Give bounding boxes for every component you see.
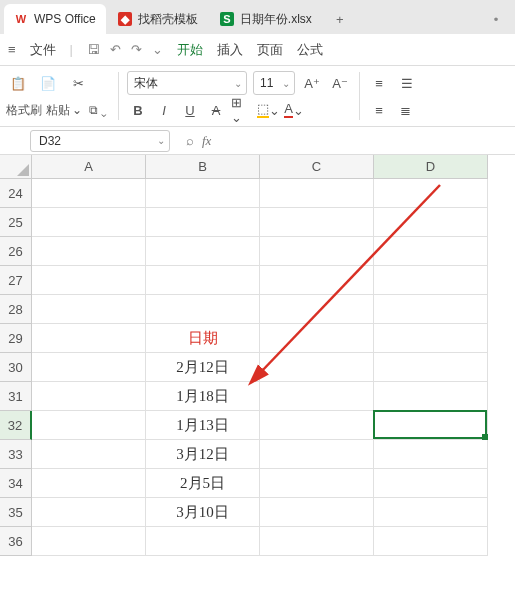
row-header[interactable]: 36 [0,527,32,556]
cell-A24[interactable] [32,179,146,208]
cell-B28[interactable] [146,295,260,324]
cell-A32[interactable] [32,411,146,440]
paste-icon[interactable]: 📄 [36,71,60,95]
row-header[interactable]: 34 [0,469,32,498]
borders-button[interactable]: ⊞ ⌄ [231,99,253,121]
menu-file[interactable]: 文件 [30,41,56,59]
cell-C36[interactable] [260,527,374,556]
cell-D30[interactable] [374,353,488,382]
format-painter-icon[interactable]: 📋 [6,71,30,95]
row-header[interactable]: 27 [0,266,32,295]
window-more-icon[interactable]: • [481,12,511,27]
cell-C32[interactable] [260,411,374,440]
cell-B31[interactable]: 1月18日 [146,382,260,411]
cell-A34[interactable] [32,469,146,498]
cell-D24[interactable] [374,179,488,208]
tab-file[interactable]: S 日期年份.xlsx [210,4,322,34]
cell-D32[interactable] [374,411,488,440]
tab-wps-office[interactable]: W WPS Office [4,4,106,34]
cell-D28[interactable] [374,295,488,324]
cell-C35[interactable] [260,498,374,527]
menu-insert[interactable]: 插入 [217,41,243,59]
cell-D25[interactable] [374,208,488,237]
cell-A33[interactable] [32,440,146,469]
cell-C31[interactable] [260,382,374,411]
cell-B25[interactable] [146,208,260,237]
row-header[interactable]: 33 [0,440,32,469]
row-header[interactable]: 32 [0,411,32,440]
cell-B32[interactable]: 1月13日 [146,411,260,440]
paste-button[interactable]: 粘贴 ⌄ [46,102,82,119]
cell-D35[interactable] [374,498,488,527]
row-header[interactable]: 30 [0,353,32,382]
cell-B30[interactable]: 2月12日 [146,353,260,382]
row-header[interactable]: 26 [0,237,32,266]
col-header-A[interactable]: A [32,155,146,179]
cell-B29[interactable]: 日期 [146,324,260,353]
name-box[interactable]: D32 [30,130,170,152]
cell-D33[interactable] [374,440,488,469]
select-all-corner[interactable] [0,155,32,179]
cell-B35[interactable]: 3月10日 [146,498,260,527]
cell-D36[interactable] [374,527,488,556]
align-mid-icon[interactable]: ☰ [396,72,418,94]
menu-page[interactable]: 页面 [257,41,283,59]
row-header[interactable]: 35 [0,498,32,527]
font-name-select[interactable]: 宋体 [127,71,247,95]
italic-button[interactable]: I [153,99,175,121]
hamburger-icon[interactable]: ≡ [8,42,16,57]
cell-D34[interactable] [374,469,488,498]
menu-formula[interactable]: 公式 [297,41,323,59]
search-icon[interactable]: ⌕ [186,133,194,148]
format-painter-button[interactable]: 格式刷 [6,102,42,119]
fill-color-button[interactable]: ⬚ ⌄ [257,99,279,121]
cell-B34[interactable]: 2月5日 [146,469,260,498]
cell-C25[interactable] [260,208,374,237]
row-header[interactable]: 24 [0,179,32,208]
font-size-select[interactable]: 11 [253,71,295,95]
cell-A25[interactable] [32,208,146,237]
cell-A31[interactable] [32,382,146,411]
save-icon[interactable]: 🖫 [87,42,100,57]
cell-C29[interactable] [260,324,374,353]
decrease-font-icon[interactable]: A⁻ [329,72,351,94]
cell-D27[interactable] [374,266,488,295]
row-header[interactable]: 31 [0,382,32,411]
cell-A29[interactable] [32,324,146,353]
cut-icon[interactable]: ✂ [66,71,90,95]
underline-button[interactable]: U [179,99,201,121]
cells-area[interactable]: 日期2月12日1月18日1月13日3月12日2月5日3月10日 [32,179,488,556]
cell-D26[interactable] [374,237,488,266]
cell-A27[interactable] [32,266,146,295]
menu-start[interactable]: 开始 [177,41,203,59]
cell-B26[interactable] [146,237,260,266]
cell-A36[interactable] [32,527,146,556]
col-header-D[interactable]: D [374,155,488,179]
cell-C24[interactable] [260,179,374,208]
col-header-B[interactable]: B [146,155,260,179]
cell-D31[interactable] [374,382,488,411]
copy-icon[interactable]: ⧉ ⌄ [86,98,110,122]
strike-button[interactable]: A [205,99,227,121]
bold-button[interactable]: B [127,99,149,121]
cell-A28[interactable] [32,295,146,324]
increase-font-icon[interactable]: A⁺ [301,72,323,94]
row-header[interactable]: 25 [0,208,32,237]
cell-C26[interactable] [260,237,374,266]
align-left-icon[interactable]: ≡ [368,99,390,121]
cell-C27[interactable] [260,266,374,295]
cell-D29[interactable] [374,324,488,353]
more-icon[interactable]: ⌄ [152,42,163,57]
cell-A35[interactable] [32,498,146,527]
cell-B33[interactable]: 3月12日 [146,440,260,469]
cell-A26[interactable] [32,237,146,266]
row-header[interactable]: 29 [0,324,32,353]
cell-C33[interactable] [260,440,374,469]
cell-B24[interactable] [146,179,260,208]
cell-A30[interactable] [32,353,146,382]
cell-C28[interactable] [260,295,374,324]
cell-B27[interactable] [146,266,260,295]
align-top-icon[interactable]: ≡ [368,72,390,94]
redo-icon[interactable]: ↷ [131,42,142,57]
tab-template[interactable]: ◆ 找稻壳模板 [108,4,208,34]
